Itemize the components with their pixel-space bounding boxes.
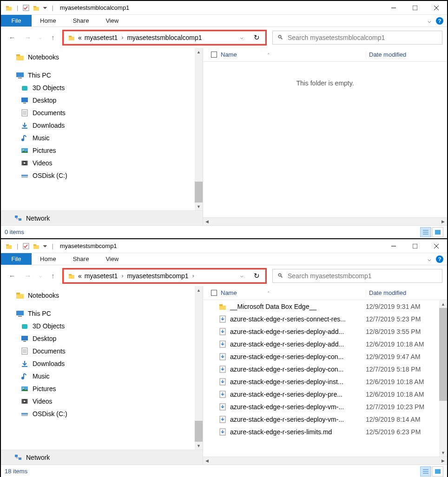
column-date[interactable]: Date modified: [366, 51, 447, 58]
scroll-left-icon[interactable]: ◀: [203, 219, 211, 224]
search-box[interactable]: 🔍︎: [272, 269, 442, 283]
sidebar-item-videos[interactable]: Videos: [1, 157, 203, 169]
tab-home[interactable]: Home: [32, 15, 65, 26]
back-button[interactable]: ←: [6, 31, 19, 44]
ribbon-expand-icon[interactable]: ⌵: [426, 254, 433, 264]
chevron-right-icon[interactable]: ›: [191, 273, 195, 279]
column-name[interactable]: Name⌃: [219, 51, 366, 58]
sidebar-item-documents[interactable]: Documents: [1, 345, 203, 357]
address-history-button[interactable]: ⌵: [235, 31, 249, 44]
forward-button[interactable]: →: [21, 269, 34, 282]
minimize-button[interactable]: [383, 239, 404, 253]
maximize-button[interactable]: [404, 239, 426, 253]
file-row[interactable]: azure-stack-edge-r-series-connect-res...…: [203, 313, 447, 325]
up-button[interactable]: ↑: [46, 269, 59, 282]
sidebar-item-desktop[interactable]: Desktop: [1, 332, 203, 345]
minimize-button[interactable]: [383, 1, 404, 15]
select-all-checkbox[interactable]: [209, 290, 219, 296]
sidebar-item-pictures[interactable]: Pictures: [1, 382, 203, 395]
search-input[interactable]: [288, 272, 438, 280]
file-tab[interactable]: File: [1, 253, 32, 265]
refresh-button[interactable]: ↻: [249, 269, 265, 282]
breadcrumb-prefix[interactable]: «: [78, 34, 82, 41]
scroll-right-icon[interactable]: ▶: [439, 458, 447, 463]
sidebar-item-network[interactable]: Network: [1, 450, 203, 464]
search-input[interactable]: [288, 34, 438, 41]
scroll-thumb[interactable]: [439, 308, 447, 401]
column-name[interactable]: Name⌃: [219, 289, 366, 296]
sidebar-item-documents[interactable]: Documents: [1, 106, 203, 119]
file-row[interactable]: azure-stack-edge-r-series-deploy-con...1…: [203, 350, 447, 363]
sidebar-item-desktop[interactable]: Desktop: [1, 94, 203, 106]
tab-share[interactable]: Share: [65, 15, 98, 26]
file-row[interactable]: azure-stack-edge-r-series-deploy-add...1…: [203, 325, 447, 338]
tab-view[interactable]: View: [97, 253, 127, 265]
address-bar[interactable]: « myasetest1 › myasetestsmbcomp1 › ⌵ ↻: [62, 268, 267, 284]
scroll-down-icon[interactable]: ▼: [195, 442, 203, 450]
scroll-down-icon[interactable]: ▼: [439, 449, 447, 457]
address-history-button[interactable]: ⌵: [235, 269, 249, 282]
scroll-thumb[interactable]: [195, 421, 203, 442]
help-icon[interactable]: ?: [436, 17, 443, 25]
sidebar-item-music[interactable]: Music: [1, 131, 203, 144]
sidebar-item-pictures[interactable]: Pictures: [1, 144, 203, 157]
help-icon[interactable]: ?: [436, 255, 443, 263]
tab-view[interactable]: View: [97, 15, 127, 26]
address-bar[interactable]: « myasetest1 › myasetestsmblocalcomp1 ⌵ …: [62, 30, 267, 46]
sidebar-item-this-pc[interactable]: This PC: [1, 307, 203, 320]
scroll-right-icon[interactable]: ▶: [439, 219, 447, 224]
thumbnails-view-button[interactable]: [432, 466, 443, 477]
column-date[interactable]: Date modified: [366, 289, 447, 296]
scroll-up-icon[interactable]: ▲: [195, 48, 203, 56]
breadcrumb-part[interactable]: myasetestsmbcomp1: [127, 272, 188, 280]
properties-icon[interactable]: [22, 4, 30, 12]
scroll-thumb[interactable]: [195, 182, 203, 203]
tab-home[interactable]: Home: [32, 253, 65, 265]
sidebar-item-this-pc[interactable]: This PC: [1, 69, 203, 81]
breadcrumb-part[interactable]: myasetest1: [85, 272, 118, 280]
maximize-button[interactable]: [404, 1, 426, 15]
sidebar-item-music[interactable]: Music: [1, 370, 203, 382]
breadcrumb-part[interactable]: myasetest1: [85, 34, 118, 41]
content-hscrollbar[interactable]: ◀ ▶: [203, 217, 447, 225]
chevron-right-icon[interactable]: ›: [120, 34, 124, 41]
scroll-down-icon[interactable]: ▼: [195, 203, 203, 210]
recent-locations-button[interactable]: ⌵: [37, 269, 44, 282]
qat-dropdown-icon[interactable]: ⏷: [42, 5, 48, 11]
scroll-up-icon[interactable]: ▲: [195, 286, 203, 294]
select-all-checkbox[interactable]: [209, 52, 219, 58]
close-button[interactable]: [426, 239, 447, 253]
refresh-button[interactable]: ↻: [249, 31, 265, 44]
file-tab[interactable]: File: [1, 15, 32, 26]
folder-icon[interactable]: [32, 4, 40, 12]
sidebar-item-3d-objects[interactable]: 3D Objects: [1, 81, 203, 94]
recent-locations-button[interactable]: ⌵: [37, 31, 44, 44]
thumbnails-view-button[interactable]: [432, 227, 443, 237]
file-list[interactable]: __Microsoft Data Box Edge__12/9/2019 9:3…: [203, 300, 447, 457]
file-row[interactable]: azure-stack-edge-r-series-deploy-vm-...1…: [203, 400, 447, 413]
tab-share[interactable]: Share: [65, 253, 98, 265]
file-row[interactable]: __Microsoft Data Box Edge__12/9/2019 9:3…: [203, 300, 447, 313]
sidebar-item-notebooks[interactable]: Notebooks: [1, 289, 203, 301]
close-button[interactable]: [426, 1, 447, 15]
scroll-left-icon[interactable]: ◀: [203, 458, 211, 463]
sidebar-item-osdisk[interactable]: OSDisk (C:): [1, 169, 203, 182]
properties-icon[interactable]: [22, 242, 30, 250]
sidebar-scrollbar[interactable]: ▲ ▼: [195, 286, 203, 450]
forward-button[interactable]: →: [21, 31, 34, 44]
sidebar-item-videos[interactable]: Videos: [1, 395, 203, 407]
sidebar-item-downloads[interactable]: Downloads: [1, 119, 203, 131]
content-vscrollbar[interactable]: ▲ ▼: [439, 300, 447, 457]
sidebar-item-osdisk[interactable]: OSDisk (C:): [1, 407, 203, 420]
sidebar-item-downloads[interactable]: Downloads: [1, 357, 203, 370]
content-hscrollbar[interactable]: ◀ ▶: [203, 457, 447, 464]
file-row[interactable]: azure-stack-edge-r-series-limits.md12/5/…: [203, 425, 447, 438]
sidebar-item-network[interactable]: Network: [1, 210, 203, 225]
file-row[interactable]: azure-stack-edge-r-series-deploy-vm-...1…: [203, 413, 447, 425]
breadcrumb-prefix[interactable]: «: [78, 272, 82, 280]
sidebar-item-3d-objects[interactable]: 3D Objects: [1, 320, 203, 332]
breadcrumb-part[interactable]: myasetestsmblocalcomp1: [127, 34, 202, 41]
details-view-button[interactable]: [420, 466, 431, 477]
file-row[interactable]: azure-stack-edge-r-series-deploy-pre...1…: [203, 388, 447, 400]
scroll-up-icon[interactable]: ▲: [439, 300, 447, 308]
